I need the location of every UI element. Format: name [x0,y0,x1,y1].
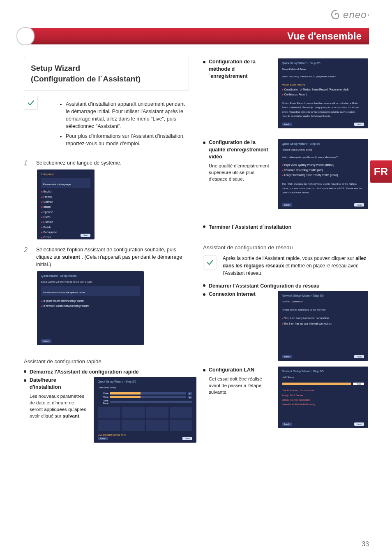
netl-line: Search UPnP/NAT-PMP-ready [282,402,364,407]
lang-option: English [41,189,90,194]
lang-sc-next-button: Next [81,234,90,237]
rec-quality-screenshot: Quick Setup Wizard · Step 4/5 Record Vid… [278,139,368,209]
neti-title: Network Setup Wizard · Step 2/5 [282,294,364,297]
install-note-item: Assistant d'installation apparaît unique… [66,100,189,130]
recm-option: Combination of Motion Event Record (Reco… [282,87,364,92]
datetime-rows: Date▸ Time▸ Time Zone [98,392,192,404]
recq-next-button: Next [354,203,364,207]
finish-text: Terminer l´Assistant d´installation [209,223,368,230]
step-1-screenshot-wrapper: Language Please select a language Englis… [37,169,189,239]
step-2-screenshot-wrapper: Quick wizard · Setup wizard Setup wizard… [37,271,189,345]
bullet-icon [203,369,205,371]
datetime-back-button: back [98,437,108,440]
datetime-next-button: Next [182,437,192,440]
brand-name: eneo [343,9,367,21]
netl-title: Network Setup Wizard · Step 3/5 [282,370,364,373]
net-lan-text: Configuration LAN Cet essai doit être ré… [209,367,271,395]
recq-option: High Video Quality Priority Profile (def… [282,162,364,167]
netl-test-line: Test [282,383,364,385]
lang-sc-options: English French German Italian Spanish Du… [41,189,90,239]
recq-option: Longer Recording Time Priority Profile (… [282,173,364,178]
netl-line: Check Internet connection [282,398,364,402]
chapter-title-bar: Vue d'ensemble [25,28,369,44]
spiral-icon [331,9,341,20]
recm-sub: Record Method Setup [282,67,364,71]
datetime-screenshot: Quick Setup Wizard · Step 2/5 Date/Time … [94,377,196,443]
bullet-icon [203,225,205,228]
network-note-text: Après la sortie de l'Assistant rapide, v… [223,255,368,277]
recm-opts: Combination of Motion Event Record (Reco… [282,87,364,97]
netl-back-button: back [282,422,292,426]
brand-logo: eneo • [331,9,369,21]
check-icon [27,99,35,107]
lang-option: Polish [41,225,90,230]
step2-sc-title: Quick wizard · Setup wizard [41,274,140,277]
step-number: 2 [24,246,29,254]
rapid-datetime-row: Date/heure d'installation Les nouveaux p… [24,377,189,443]
rec-method-screenshot: Quick Setup Wizard · Step 3/5 Record Met… [278,58,368,128]
step-number: 1 [24,159,29,167]
recm-title: Quick Setup Wizard · Step 3/5 [282,62,364,65]
recm-footer: back Next [282,123,364,126]
net-internet-text: Connexion Internet [209,291,271,298]
recm-opts-head: Motion Event Record [282,83,364,87]
rec-quality-row: Configuration de la qualité d'enregistre… [203,139,368,209]
check-icon [206,258,214,267]
netl-sub: LAN Setup [282,375,364,379]
wizard-select-screenshot: Quick wizard · Setup wizard Setup wizard… [37,271,144,345]
step-1-text: Sélectionnez une langue de système. [36,159,122,167]
lang-sc-prompt: Please select a language [41,178,90,188]
install-notes-list: Assistant d'installation apparaît unique… [44,100,189,150]
netl-test-button: Test [353,383,364,385]
chapter-title: Vue d'ensemble [287,30,362,42]
datetime-sc-sub: Date/Time Setup [98,385,192,390]
brand-trademark-dot: • [367,13,369,17]
lang-option: French [41,195,90,200]
bullet-icon [203,61,205,63]
network-note-row: Après la sortie de l'Assistant rapide, v… [203,255,368,277]
datetime-sc-foot: Live Daylight Saving Time [98,433,192,437]
datetime-sc-footer: back Next [98,437,192,440]
language-tab: FR [370,160,392,183]
datetime-sc-title: Quick Setup Wizard · Step 2/5 [98,380,192,383]
recm-next-button: Next [354,123,364,126]
netl-next-button: Next [354,422,364,426]
neti-opts: Yes, I am ready to internet connection. … [282,316,364,326]
rapid-datetime-text: Date/heure d'installation Les nouveaux p… [30,377,87,419]
left-column: Setup Wizard (Configuration de l´Assista… [24,57,189,536]
lang-sc-footer: Next [41,234,90,237]
lang-option: Spanish [41,210,90,215]
lang-option: Russian [41,220,90,225]
step2-sc-options: If quick wizard shows setup wizard If ne… [41,299,140,309]
recq-title: Quick Setup Wizard · Step 4/5 [282,142,364,145]
install-notes-row: Assistant d'installation apparaît unique… [24,95,189,155]
neti-back-button: back [282,355,292,358]
rapid-datetime-desc: Les nouveaux paramètres de date et d'heu… [30,393,87,419]
step-2-text: Sélectionnez l'option Assistant de confi… [36,246,189,268]
rapid-start-text: Démarrez l'Assistant de configuration ra… [30,368,189,375]
lang-option: Dutch [41,215,90,220]
neti-option: No, I am has no use internet connection. [282,321,364,326]
network-config-heading: Assistant de configuration de réseau [203,244,368,251]
netl-line: Assign DNS Server [282,393,364,398]
setup-wizard-title-line2: (Configuration de l´Assistant) [31,74,182,84]
recq-sub: Record Video Quality Setup [282,148,364,152]
finish-row: Terminer l´Assistant d´installation [203,223,368,230]
checkmark-box [24,96,38,110]
neti-footer: back Next [282,355,364,358]
content-columns: Setup Wizard (Configuration de l´Assista… [24,57,368,536]
right-column: Configuration de la méthode d´enregistre… [203,57,368,536]
bullet-icon [203,284,205,287]
page: eneo • Vue d'ensemble FR Setup Wizard (C… [0,0,392,557]
netl-footer: back Next [282,422,364,426]
language-screenshot: Language Please select a language Englis… [37,169,95,239]
recq-option: Standard Recording Profile (480) [282,168,364,173]
page-number: 33 [362,541,369,548]
recm-back-button: back [282,123,292,126]
bullet-icon [24,379,26,382]
net-start-text: Démarrer l'Assistant Configuration du ré… [209,282,368,289]
step2-back-button: back [41,339,51,343]
recq-footer: back Next [282,203,364,207]
step2-sc-footer: back [41,339,140,343]
recq-opts: High Video Quality Priority Profile (def… [282,162,364,178]
